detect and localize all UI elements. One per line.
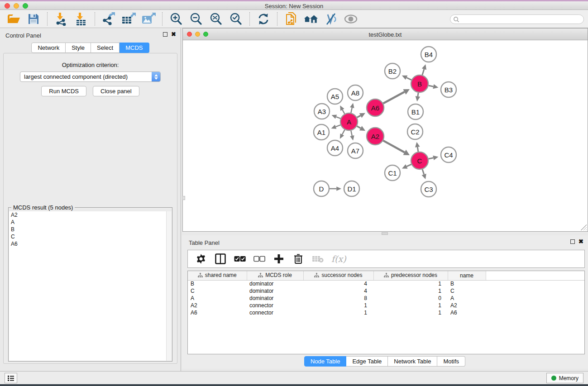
run-mcds-button[interactable]: Run MCDS	[41, 86, 86, 96]
graph-edge-B-B3[interactable]	[429, 86, 434, 86]
graph-node-D[interactable]: D	[314, 181, 329, 196]
search-field[interactable]	[450, 14, 584, 24]
graph-edge-B-B4[interactable]	[422, 69, 424, 75]
import-network-icon[interactable]	[54, 12, 68, 26]
tab-style[interactable]: Style	[66, 43, 91, 53]
graph-node-B4[interactable]: B4	[421, 47, 436, 62]
graph-edge-C-C3[interactable]	[422, 169, 424, 174]
graph-edge-A-A3[interactable]	[336, 117, 341, 119]
table-cell[interactable]: dominator	[247, 280, 303, 287]
graph-edge-A-A1[interactable]	[336, 125, 341, 127]
zoom-out-icon[interactable]	[189, 12, 203, 26]
table-cell[interactable]: A2	[448, 302, 486, 309]
mcds-result-list[interactable]: A2ABCA6	[9, 211, 172, 361]
node-table[interactable]: shared nameMCDS rolesuccessor nodesprede…	[187, 271, 585, 354]
graph-edge-A-A4[interactable]	[342, 130, 345, 135]
save-icon[interactable]	[26, 12, 41, 26]
result-item[interactable]: A	[9, 219, 172, 226]
table-row[interactable]: Cdominator41C	[188, 287, 584, 295]
table-cell[interactable]: 1	[373, 302, 448, 309]
table-cell[interactable]: A2	[188, 302, 247, 309]
table-row[interactable]: A6connector11A6	[188, 309, 584, 316]
tab-motifs[interactable]: Motifs	[437, 356, 465, 367]
table-cell[interactable]: A6	[448, 309, 486, 316]
table-cell[interactable]: 1	[303, 302, 373, 309]
graph-edge-A2-C[interactable]	[383, 141, 405, 152]
table-row[interactable]: Bdominator41B	[188, 280, 584, 287]
visual-toggle-icon[interactable]	[324, 12, 338, 26]
zoom-selected-icon[interactable]	[229, 12, 243, 26]
graph-edge-A-A6[interactable]	[357, 115, 361, 117]
graph-edge-A-A7[interactable]	[351, 131, 352, 136]
close-panel-button[interactable]: Close panel	[93, 86, 139, 96]
column-view-icon[interactable]	[215, 253, 226, 265]
trash-icon[interactable]	[292, 253, 304, 265]
deselect-all-icon[interactable]	[253, 253, 265, 265]
table-cell[interactable]: 4	[303, 280, 373, 287]
splitter-handle[interactable]	[182, 196, 185, 200]
memory-button[interactable]: Memory	[546, 373, 583, 383]
refresh-icon[interactable]	[256, 12, 271, 26]
column-header-predecessor-nodes[interactable]: predecessor nodes	[373, 271, 448, 280]
table-cell[interactable]: C	[188, 287, 247, 295]
table-cell[interactable]: 8	[303, 295, 373, 302]
horizontal-splitter-handle[interactable]	[382, 232, 388, 235]
export-image-icon[interactable]	[141, 12, 156, 26]
eye-icon[interactable]	[344, 12, 358, 26]
graph-node-A4[interactable]: A4	[327, 140, 343, 156]
result-item[interactable]: B	[9, 226, 172, 233]
close-panel-icon[interactable]: ✖	[171, 32, 176, 37]
column-header-MCDS-role[interactable]: MCDS role	[247, 271, 303, 280]
task-history-button[interactable]	[5, 373, 17, 383]
tab-mcds[interactable]: MCDS	[120, 43, 149, 53]
search-input[interactable]	[459, 16, 583, 23]
graph-edge-C-C2[interactable]	[417, 147, 418, 152]
table-cell[interactable]: 4	[303, 287, 373, 295]
criterion-dropdown[interactable]: largest connected component (directed)	[20, 71, 161, 82]
graph-node-A8[interactable]: A8	[348, 85, 363, 100]
graph-edge-C-C4[interactable]	[429, 158, 434, 159]
graph-node-C1[interactable]: C1	[385, 165, 400, 181]
float-panel-icon[interactable]	[163, 32, 167, 37]
column-header-shared-name[interactable]: shared name	[188, 271, 247, 280]
column-header-name[interactable]: name	[448, 271, 486, 280]
graph-node-B1[interactable]: B1	[408, 104, 423, 119]
document-network-icon[interactable]	[284, 12, 298, 26]
select-all-icon[interactable]	[234, 253, 246, 265]
graph-node-A[interactable]: A	[340, 113, 358, 130]
gear-icon[interactable]	[195, 253, 207, 265]
graph-edge-B-B2[interactable]	[406, 78, 411, 80]
tab-node-table[interactable]: Node Table	[304, 356, 347, 367]
graph-node-B[interactable]: B	[411, 75, 428, 92]
table-cell[interactable]: B	[448, 280, 486, 287]
graph-node-C3[interactable]: C3	[421, 181, 436, 197]
table-cell[interactable]: 1	[373, 287, 448, 295]
add-icon[interactable]	[273, 253, 285, 265]
result-item[interactable]: A6	[9, 240, 172, 248]
export-network-icon[interactable]	[101, 12, 116, 26]
function-icon[interactable]: f(x)	[331, 253, 346, 265]
table-cell[interactable]: 1	[303, 309, 373, 316]
open-folder-icon[interactable]	[6, 12, 21, 26]
graph-node-A6[interactable]: A6	[367, 99, 384, 116]
clear-table-icon[interactable]	[312, 253, 324, 265]
graph-node-A1[interactable]: A1	[314, 124, 329, 140]
result-item[interactable]: C	[9, 233, 172, 240]
tab-edge-table[interactable]: Edge Table	[346, 356, 388, 367]
graph-edge-A6-B[interactable]	[383, 92, 405, 103]
homes-icon[interactable]	[304, 12, 318, 26]
tab-network-table[interactable]: Network Table	[388, 356, 437, 367]
graph-node-A2[interactable]: A2	[367, 128, 384, 145]
graph-edge-C-C1[interactable]	[406, 164, 411, 167]
float-table-panel-icon[interactable]	[570, 239, 575, 244]
close-table-panel-icon[interactable]: ✖	[578, 239, 583, 244]
table-cell[interactable]: connector	[247, 309, 303, 316]
graph-node-B2[interactable]: B2	[385, 63, 400, 79]
table-cell[interactable]: 1	[373, 280, 448, 287]
export-table-icon[interactable]	[121, 12, 136, 26]
graph-node-C2[interactable]: C2	[407, 124, 423, 139]
result-item[interactable]: A2	[9, 211, 172, 219]
graph-edge-A-A8[interactable]	[351, 108, 352, 113]
graph-edge-B-B1[interactable]	[418, 93, 418, 96]
result-scrollbar[interactable]	[166, 211, 172, 361]
